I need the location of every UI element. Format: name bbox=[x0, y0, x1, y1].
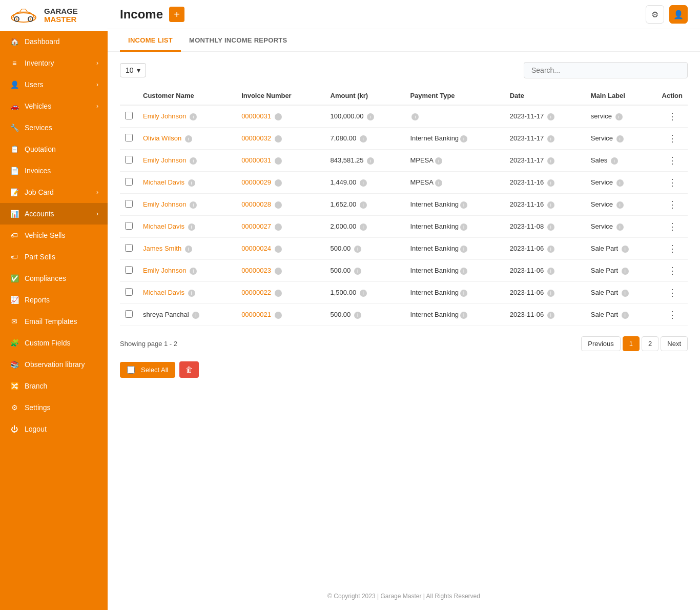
amount-info-icon-2[interactable]: i bbox=[367, 157, 374, 165]
sidebar-item-branch[interactable]: 🔀 Branch bbox=[0, 375, 108, 397]
row-checkbox-3[interactable] bbox=[125, 178, 133, 186]
date-info-icon-2[interactable]: i bbox=[547, 157, 554, 165]
customer-name-link-3[interactable]: Michael Davis bbox=[143, 178, 184, 186]
customer-info-icon-6[interactable]: i bbox=[185, 246, 192, 253]
previous-page-button[interactable]: Previous bbox=[581, 336, 621, 351]
payment-info-icon-empty-0[interactable]: i bbox=[411, 113, 419, 120]
payment-info-icon-5[interactable]: i bbox=[460, 223, 467, 231]
invoice-link-4[interactable]: 00000028 bbox=[241, 200, 271, 208]
action-menu-6[interactable]: ⋮ bbox=[668, 243, 677, 254]
customer-name-link-2[interactable]: Emily Johnson bbox=[143, 156, 187, 164]
invoice-info-icon-5[interactable]: i bbox=[275, 223, 282, 231]
date-info-icon-9[interactable]: i bbox=[547, 312, 554, 319]
invoice-link-7[interactable]: 00000023 bbox=[241, 267, 271, 274]
sidebar-item-inventory[interactable]: ≡ Inventory › bbox=[0, 52, 108, 74]
sidebar-item-services[interactable]: 🔧 Services bbox=[0, 117, 108, 138]
date-info-icon-6[interactable]: i bbox=[547, 246, 554, 253]
select-all-button[interactable]: Select All bbox=[120, 362, 175, 378]
date-info-icon-0[interactable]: i bbox=[547, 113, 554, 120]
amount-info-icon-8[interactable]: i bbox=[360, 290, 367, 297]
customer-info-icon-5[interactable]: i bbox=[188, 223, 195, 231]
payment-info-icon-4[interactable]: i bbox=[460, 201, 467, 209]
invoice-info-icon-1[interactable]: i bbox=[275, 135, 282, 143]
sidebar-item-vehiclesells[interactable]: 🏷 Vehicle Sells bbox=[0, 225, 108, 246]
action-menu-1[interactable]: ⋮ bbox=[668, 133, 677, 144]
invoice-info-icon-0[interactable]: i bbox=[275, 113, 282, 120]
page-1-button[interactable]: 1 bbox=[623, 336, 640, 351]
customer-name-link-0[interactable]: Emily Johnson bbox=[143, 112, 187, 120]
amount-info-icon-6[interactable]: i bbox=[354, 246, 361, 253]
invoice-link-1[interactable]: 00000032 bbox=[241, 134, 271, 142]
customer-info-icon-9[interactable]: i bbox=[192, 312, 199, 319]
invoice-link-8[interactable]: 00000022 bbox=[241, 289, 271, 296]
invoice-link-9[interactable]: 00000021 bbox=[241, 311, 271, 318]
row-checkbox-6[interactable] bbox=[125, 244, 133, 252]
amount-info-icon-3[interactable]: i bbox=[360, 179, 367, 187]
label-info-icon-6[interactable]: i bbox=[622, 246, 629, 253]
action-menu-9[interactable]: ⋮ bbox=[668, 310, 677, 320]
delete-button[interactable]: 🗑 bbox=[179, 361, 199, 378]
invoice-link-5[interactable]: 00000027 bbox=[241, 222, 271, 230]
date-info-icon-4[interactable]: i bbox=[547, 201, 554, 209]
label-info-icon-8[interactable]: i bbox=[622, 290, 629, 297]
action-menu-7[interactable]: ⋮ bbox=[668, 266, 677, 276]
label-info-icon-7[interactable]: i bbox=[622, 268, 629, 275]
label-info-icon-3[interactable]: i bbox=[616, 179, 624, 187]
customer-info-icon-4[interactable]: i bbox=[190, 201, 197, 209]
row-checkbox-9[interactable] bbox=[125, 310, 133, 318]
invoice-link-0[interactable]: 00000031 bbox=[241, 112, 271, 120]
payment-info-icon-8[interactable]: i bbox=[460, 290, 467, 297]
label-info-icon-2[interactable]: i bbox=[611, 157, 618, 165]
row-checkbox-0[interactable] bbox=[125, 112, 133, 119]
sidebar-item-jobcard[interactable]: 📝 Job Card › bbox=[0, 181, 108, 203]
customer-info-icon-1[interactable]: i bbox=[185, 135, 192, 143]
label-info-icon-1[interactable]: i bbox=[616, 135, 624, 143]
invoice-info-icon-6[interactable]: i bbox=[275, 246, 282, 253]
date-info-icon-1[interactable]: i bbox=[547, 135, 554, 143]
customer-info-icon-8[interactable]: i bbox=[188, 290, 195, 297]
date-info-icon-7[interactable]: i bbox=[547, 268, 554, 275]
amount-info-icon-4[interactable]: i bbox=[360, 201, 367, 209]
label-info-icon-4[interactable]: i bbox=[616, 201, 624, 209]
amount-info-icon-9[interactable]: i bbox=[354, 312, 361, 319]
payment-info-icon-6[interactable]: i bbox=[460, 246, 467, 253]
invoice-link-3[interactable]: 00000029 bbox=[241, 178, 271, 186]
row-checkbox-1[interactable] bbox=[125, 134, 133, 141]
sidebar-item-settings[interactable]: ⚙ Settings bbox=[0, 397, 108, 418]
per-page-selector[interactable]: 10 ▾ bbox=[120, 63, 146, 77]
payment-info-icon-1[interactable]: i bbox=[460, 135, 467, 143]
customer-info-icon-0[interactable]: i bbox=[190, 113, 197, 120]
sidebar-item-accounts[interactable]: 📊 Accounts › bbox=[0, 203, 108, 225]
label-info-icon-0[interactable]: i bbox=[615, 113, 623, 120]
action-menu-3[interactable]: ⋮ bbox=[668, 177, 677, 188]
customer-name-link-5[interactable]: Michael Davis bbox=[143, 222, 184, 230]
row-checkbox-4[interactable] bbox=[125, 200, 133, 208]
action-menu-5[interactable]: ⋮ bbox=[668, 221, 677, 232]
sidebar-item-invoices[interactable]: 📄 Invoices bbox=[0, 160, 108, 181]
row-checkbox-5[interactable] bbox=[125, 222, 133, 230]
invoice-link-2[interactable]: 00000031 bbox=[241, 156, 271, 164]
action-menu-8[interactable]: ⋮ bbox=[668, 288, 677, 298]
action-menu-2[interactable]: ⋮ bbox=[668, 155, 677, 166]
sidebar-item-observationlibrary[interactable]: 📚 Observation library bbox=[0, 354, 108, 375]
search-input[interactable] bbox=[524, 62, 688, 78]
customer-info-icon-2[interactable]: i bbox=[190, 157, 197, 165]
invoice-info-icon-3[interactable]: i bbox=[275, 179, 282, 187]
date-info-icon-5[interactable]: i bbox=[547, 223, 554, 231]
sidebar-item-compliances[interactable]: ✅ Compliances bbox=[0, 268, 108, 289]
customer-name-link-7[interactable]: Emily Johnson bbox=[143, 267, 187, 274]
action-menu-4[interactable]: ⋮ bbox=[668, 199, 677, 210]
next-page-button[interactable]: Next bbox=[661, 336, 688, 351]
amount-info-icon-1[interactable]: i bbox=[360, 135, 367, 143]
invoice-info-icon-2[interactable]: i bbox=[275, 157, 282, 165]
invoice-info-icon-9[interactable]: i bbox=[275, 312, 282, 319]
payment-info-icon-7[interactable]: i bbox=[460, 268, 467, 275]
tab-income-list[interactable]: INCOME LIST bbox=[120, 29, 181, 52]
customer-name-link-1[interactable]: Olivia Wilson bbox=[143, 134, 181, 142]
sidebar-item-partsells[interactable]: 🏷 Part Sells bbox=[0, 246, 108, 268]
sidebar-item-dashboard[interactable]: 🏠 Dashboard bbox=[0, 31, 108, 52]
customer-info-icon-3[interactable]: i bbox=[188, 179, 195, 187]
customer-name-link-4[interactable]: Emily Johnson bbox=[143, 200, 187, 208]
label-info-icon-5[interactable]: i bbox=[616, 223, 624, 231]
invoice-link-6[interactable]: 00000024 bbox=[241, 245, 271, 252]
